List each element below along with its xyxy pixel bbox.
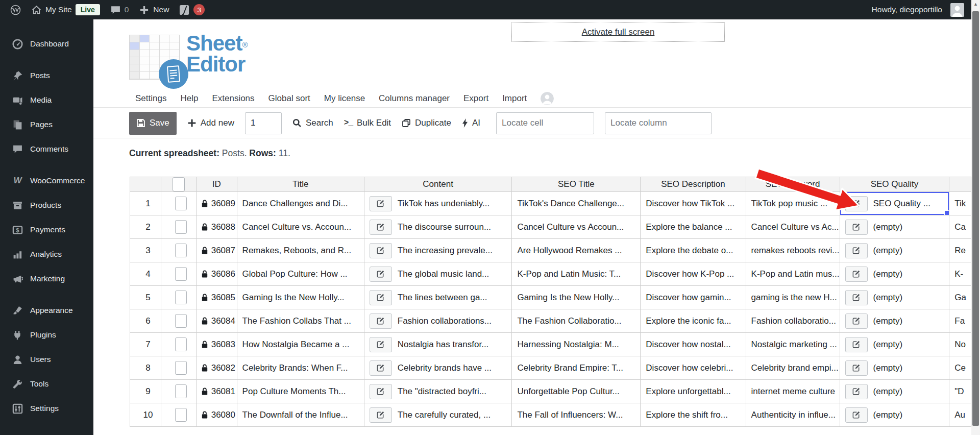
menu-item-my-license[interactable]: My license bbox=[324, 93, 365, 104]
id-cell[interactable]: 36082 bbox=[196, 356, 237, 380]
seo-description-cell[interactable]: Discover how nostal... bbox=[641, 333, 746, 356]
column-header-content[interactable]: Content bbox=[364, 177, 512, 192]
seo-keyword-cell[interactable]: Nostalgic marketing ... bbox=[746, 333, 840, 356]
add-count-input[interactable] bbox=[245, 112, 282, 134]
seo-quality-cell[interactable]: (empty) bbox=[840, 333, 949, 356]
overflow-cell[interactable]: "D bbox=[949, 380, 971, 403]
edit-cell-button[interactable] bbox=[845, 313, 868, 329]
seo-title-cell[interactable]: Celebrity Brand Empire: T... bbox=[512, 356, 641, 380]
id-cell[interactable]: 36089 bbox=[196, 192, 237, 215]
edit-cell-button[interactable] bbox=[845, 243, 868, 258]
seo-quality-cell[interactable]: (empty) bbox=[840, 286, 949, 309]
sidebar-item-marketing[interactable]: Marketing bbox=[0, 267, 93, 291]
seo-keyword-cell[interactable]: gaming is the new H... bbox=[746, 286, 840, 309]
content-cell[interactable]: The carefully curated, ... bbox=[364, 403, 512, 427]
id-cell[interactable]: 36086 bbox=[196, 262, 237, 286]
scrollbar-thumb[interactable] bbox=[972, 11, 979, 426]
select-all-checkbox[interactable] bbox=[173, 177, 185, 191]
seo-description-cell[interactable]: Explore unforgettabl... bbox=[641, 380, 746, 403]
column-header-seo_keyword[interactable]: SEO Keyword bbox=[746, 177, 840, 192]
row-number-cell[interactable]: 7 bbox=[130, 333, 161, 356]
save-button[interactable]: Save bbox=[129, 112, 177, 135]
title-cell[interactable]: The Fashion Collabs That ... bbox=[237, 309, 364, 333]
content-cell[interactable]: Celebrity brands have ... bbox=[364, 356, 512, 380]
add-new-button[interactable]: Add new bbox=[187, 118, 234, 128]
row-checkbox[interactable] bbox=[175, 291, 187, 304]
menu-item-import[interactable]: Import bbox=[502, 93, 527, 104]
edit-cell-button[interactable] bbox=[370, 407, 392, 423]
row-number-cell[interactable]: 8 bbox=[130, 356, 161, 380]
edit-cell-button[interactable] bbox=[845, 196, 868, 211]
edit-cell-button[interactable] bbox=[370, 196, 392, 211]
seo-keyword-cell[interactable]: TikTok pop music ... bbox=[746, 192, 840, 215]
menu-item-columns-manager[interactable]: Columns manager bbox=[379, 93, 450, 104]
comments-menu[interactable]: 0 bbox=[107, 0, 132, 19]
edit-cell-button[interactable] bbox=[370, 243, 392, 258]
row-number-cell[interactable]: 9 bbox=[130, 380, 161, 403]
sidebar-item-woocommerce[interactable]: WWooCommerce bbox=[0, 168, 93, 193]
seo-title-cell[interactable]: TikTok's Dance Challenge... bbox=[512, 192, 641, 215]
sidebar-item-dashboard[interactable]: Dashboard bbox=[0, 32, 93, 56]
overflow-cell[interactable]: Tik bbox=[949, 192, 971, 215]
content-cell[interactable]: Fashion collaborations... bbox=[364, 309, 512, 333]
content-cell[interactable]: TikTok has undeniably... bbox=[364, 192, 512, 215]
id-cell[interactable]: 36088 bbox=[196, 215, 237, 239]
edit-cell-button[interactable] bbox=[845, 267, 868, 282]
seo-description-cell[interactable]: Explore the shift fro... bbox=[641, 403, 746, 427]
column-header-seo_description[interactable]: SEO Description bbox=[641, 177, 746, 192]
seo-quality-cell[interactable]: (empty) bbox=[840, 356, 949, 380]
seo-description-cell[interactable]: Explore the balance ... bbox=[641, 215, 746, 239]
column-header-seo_quality[interactable]: SEO Quality bbox=[840, 177, 949, 192]
seo-keyword-cell[interactable]: K-Pop and Latin mus... bbox=[746, 262, 840, 286]
seo-keyword-cell[interactable]: Celebrity brand empi... bbox=[746, 356, 840, 380]
overflow-cell[interactable]: Re bbox=[949, 239, 971, 262]
duplicate-button[interactable]: Duplicate bbox=[402, 118, 451, 128]
seo-quality-cell[interactable]: (empty) bbox=[840, 380, 949, 403]
column-header-seo_title[interactable]: SEO Title bbox=[512, 177, 641, 192]
edit-cell-button[interactable] bbox=[370, 290, 392, 305]
row-checkbox[interactable] bbox=[175, 244, 187, 257]
row-checkbox[interactable] bbox=[175, 267, 187, 281]
edit-cell-button[interactable] bbox=[370, 313, 392, 329]
id-cell[interactable]: 36084 bbox=[196, 309, 237, 333]
sidebar-item-payments[interactable]: $Payments bbox=[0, 218, 93, 242]
content-cell[interactable]: Nostalgia has transfor... bbox=[364, 333, 512, 356]
sidebar-item-appearance[interactable]: Appearance bbox=[0, 298, 93, 323]
sidebar-item-tools[interactable]: Tools bbox=[0, 372, 93, 396]
seo-title-cell[interactable]: The Fall of Influencers: W... bbox=[512, 403, 641, 427]
content-cell[interactable]: The increasing prevale... bbox=[364, 239, 512, 262]
overflow-cell[interactable]: Fa bbox=[949, 309, 971, 333]
edit-cell-button[interactable] bbox=[845, 290, 868, 305]
locate-cell-input[interactable] bbox=[496, 112, 594, 134]
title-cell[interactable]: Gaming Is the New Holly... bbox=[237, 286, 364, 309]
seo-quality-cell[interactable]: SEO Quality ... bbox=[840, 192, 949, 215]
row-checkbox[interactable] bbox=[175, 314, 187, 328]
row-checkbox[interactable] bbox=[175, 220, 187, 234]
gravatar-icon[interactable] bbox=[541, 92, 554, 105]
edit-cell-button[interactable] bbox=[370, 384, 392, 399]
ai-button[interactable]: AI bbox=[462, 118, 480, 128]
row-checkbox[interactable] bbox=[175, 337, 187, 351]
id-cell[interactable]: 36087 bbox=[196, 239, 237, 262]
edit-cell-button[interactable] bbox=[845, 384, 868, 399]
title-cell[interactable]: Global Pop Culture: How ... bbox=[237, 262, 364, 286]
overflow-cell[interactable]: Ca bbox=[949, 215, 971, 239]
menu-item-global-sort[interactable]: Global sort bbox=[268, 93, 310, 104]
sidebar-item-posts[interactable]: Posts bbox=[0, 63, 93, 88]
seo-keyword-cell[interactable]: internet meme culture bbox=[746, 380, 840, 403]
column-header-last[interactable] bbox=[949, 177, 971, 192]
sidebar-item-media[interactable]: Media bbox=[0, 88, 93, 112]
activate-fullscreen-link[interactable]: Activate full screen bbox=[582, 27, 655, 37]
row-number-cell[interactable]: 6 bbox=[130, 309, 161, 333]
edit-cell-button[interactable] bbox=[845, 407, 868, 423]
row-number-cell[interactable]: 1 bbox=[130, 192, 161, 215]
row-checkbox[interactable] bbox=[175, 361, 187, 375]
content-cell[interactable]: The global music land... bbox=[364, 262, 512, 286]
id-cell[interactable]: 36080 bbox=[196, 403, 237, 427]
title-cell[interactable]: The Downfall of the Influe... bbox=[237, 403, 364, 427]
menu-item-help[interactable]: Help bbox=[180, 93, 198, 104]
edit-cell-button[interactable] bbox=[845, 360, 868, 376]
seo-description-cell[interactable]: Discover how TikTok ... bbox=[641, 192, 746, 215]
sidebar-item-comments[interactable]: Comments bbox=[0, 137, 93, 161]
title-cell[interactable]: Pop Culture Moments Th... bbox=[237, 380, 364, 403]
